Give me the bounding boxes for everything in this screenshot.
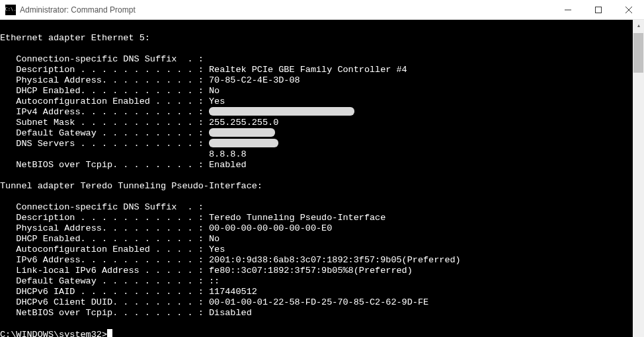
cmd-icon-text: C:\.: [5, 7, 17, 12]
terminal-line: 8.8.8.8: [0, 149, 633, 160]
terminal-line: DHCPv6 Client DUID. . . . . . . . : 00-0…: [0, 297, 633, 308]
redacted-value: [209, 107, 354, 116]
svg-rect-1: [596, 7, 602, 13]
terminal-line: Tunnel adapter Teredo Tunneling Pseudo-I…: [0, 181, 633, 192]
scroll-up-arrow[interactable]: ▴: [633, 20, 644, 31]
scroll-thumb[interactable]: [633, 33, 643, 73]
terminal-line: Physical Address. . . . . . . . . : 00-0…: [0, 223, 633, 234]
redacted-value: [209, 139, 278, 147]
window-controls: [553, 0, 644, 19]
terminal-line: NetBIOS over Tcpip. . . . . . . . : Enab…: [0, 160, 633, 170]
cmd-icon: C:\.: [5, 5, 16, 15]
scrollbar[interactable]: ▴: [633, 20, 644, 337]
terminal-line: Link-local IPv6 Address . . . . . : fe80…: [0, 266, 633, 276]
terminal-line: IPv6 Address. . . . . . . . . . . : 2001…: [0, 255, 633, 266]
terminal-wrapper: Ethernet adapter Ethernet 5: Connection-…: [0, 20, 644, 337]
titlebar: C:\. Administrator: Command Prompt: [0, 0, 644, 20]
terminal-line: DHCPv6 IAID . . . . . . . . . . . : 1174…: [0, 287, 633, 297]
terminal-line: Description . . . . . . . . . . . : Tere…: [0, 213, 633, 223]
close-button[interactable]: [614, 0, 644, 20]
terminal-line: Ethernet adapter Ethernet 5:: [0, 33, 633, 44]
terminal-line: DHCP Enabled. . . . . . . . . . . : No: [0, 234, 633, 244]
terminal-line: [0, 318, 633, 329]
terminal-line: Connection-specific DNS Suffix . :: [0, 54, 633, 65]
terminal-line: Default Gateway . . . . . . . . . :: [0, 128, 633, 139]
terminal-line: DHCP Enabled. . . . . . . . . . . : No: [0, 86, 633, 96]
terminal-line: [0, 44, 633, 54]
terminal-prompt[interactable]: C:\WINDOWS\system32>: [0, 329, 633, 337]
terminal-line: Subnet Mask . . . . . . . . . . . : 255.…: [0, 118, 633, 128]
terminal-line: Connection-specific DNS Suffix . :: [0, 202, 633, 213]
terminal-line: [0, 170, 633, 181]
terminal-line: Autoconfiguration Enabled . . . . : Yes: [0, 96, 633, 107]
terminal-line: Default Gateway . . . . . . . . . : ::: [0, 276, 633, 287]
terminal-line: Physical Address. . . . . . . . . : 70-8…: [0, 75, 633, 86]
terminal-line: [0, 192, 633, 202]
redacted-value: [209, 128, 275, 137]
terminal-line: [0, 22, 633, 33]
cursor: [107, 329, 112, 337]
terminal-line: Description . . . . . . . . . . . : Real…: [0, 65, 633, 75]
maximize-button[interactable]: [583, 0, 614, 20]
terminal-line: NetBIOS over Tcpip. . . . . . . . : Disa…: [0, 308, 633, 318]
window-title: Administrator: Command Prompt: [20, 5, 553, 15]
terminal-line: DNS Servers . . . . . . . . . . . :: [0, 139, 633, 149]
terminal-output[interactable]: Ethernet adapter Ethernet 5: Connection-…: [0, 20, 633, 337]
terminal-line: Autoconfiguration Enabled . . . . : Yes: [0, 244, 633, 255]
terminal-line: IPv4 Address. . . . . . . . . . . :: [0, 107, 633, 118]
minimize-button[interactable]: [553, 0, 583, 20]
